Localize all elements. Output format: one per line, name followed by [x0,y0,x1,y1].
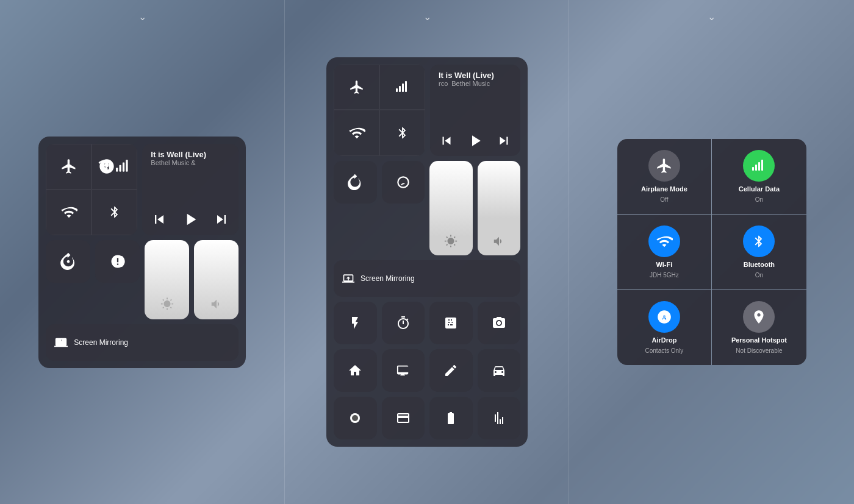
phone-panel-2: ⌄ [285,0,570,504]
notch-1: ⌄ [138,11,146,23]
top-row-2: It is Well (Live) rco Bethel Music [334,65,520,156]
svg-rect-12 [755,165,757,171]
calculator-btn[interactable] [429,302,473,344]
screen-mirroring-btn-2[interactable]: Screen Mirroring [334,260,520,297]
do-not-disturb-btn-1[interactable] [95,240,140,283]
airplane-mode-sublabel: Off [660,196,668,203]
notes-btn[interactable] [429,349,473,392]
soundcheck-btn[interactable] [478,397,521,439]
home-btn[interactable] [334,349,377,392]
screen-mirroring-label-2: Screen Mirroring [361,274,415,283]
screen-mirroring-label-1: Screen Mirroring [74,338,128,347]
music-controls-2 [439,132,512,150]
music-artist-1: Bethel Music & [151,159,230,166]
svg-rect-6 [399,86,401,92]
hotspot-exp-btn[interactable]: Personal Hotspot Not Discoverable [712,290,806,365]
airdrop-sublabel: Contacts Only [645,347,684,354]
wifi-btn-2[interactable] [334,110,379,156]
utility-row-3 [334,397,520,439]
do-not-disturb-btn-2[interactable] [382,161,425,204]
camera-btn[interactable] [478,302,521,344]
airplane-mode-btn-2[interactable] [334,65,379,110]
bluetooth-exp-btn[interactable]: Bluetooth On [712,215,806,289]
bluetooth-btn-2[interactable] [379,110,425,156]
music-artist2-2: Bethel Music [451,80,490,87]
cellular-exp-btn[interactable]: Cellular Data On [712,139,806,214]
appletv-btn[interactable] [382,349,425,392]
network-block-2 [334,65,425,156]
control-center-2: It is Well (Live) rco Bethel Music [326,57,528,447]
cellular-label: Cellular Data [739,185,780,193]
cellular-btn-1[interactable] [92,144,137,190]
svg-point-10 [352,415,358,421]
music-artist2-1: rco [439,80,448,87]
airplane-mode-icon [648,150,680,182]
airplane-mode-btn-1[interactable] [46,144,92,190]
wallet-btn[interactable] [382,397,425,439]
panels-container: ⌄ [0,0,854,504]
battery-btn[interactable] [429,397,473,439]
network-block-1 [46,144,137,235]
rotation-lock-btn-1[interactable] [46,240,90,283]
wifi-exp-btn[interactable]: Wi-Fi JDH 5GHz [617,215,712,289]
control-center-3: Airplane Mode Off Cellular Data On [617,139,806,365]
control-center-1: It is Well (Live) Bethel Music & [38,137,246,368]
airplane-mode-label: Airplane Mode [641,185,687,193]
next-btn-1[interactable] [213,211,230,228]
utility-row-2 [334,349,520,392]
timer-btn[interactable] [382,302,425,344]
top-row-1: It is Well (Live) Bethel Music & [46,144,239,235]
svg-rect-3 [123,163,124,172]
flashlight-btn[interactable] [334,302,377,344]
play-btn-1[interactable] [181,210,200,229]
play-btn-2[interactable] [466,132,484,150]
hotspot-label: Personal Hotspot [731,336,787,344]
svg-rect-8 [405,81,407,92]
airplane-mode-exp-btn[interactable]: Airplane Mode Off [617,139,712,214]
cellular-btn-2[interactable] [379,65,425,110]
notch-3: ⌄ [708,11,716,23]
music-controls-1 [151,210,230,229]
screen-mirroring-btn-1[interactable]: Screen Mirroring [46,324,239,361]
middle-row-2 [334,161,520,255]
svg-rect-2 [119,165,121,172]
wifi-icon [648,225,680,257]
prev-btn-2[interactable] [439,133,454,149]
bluetooth-sublabel: On [755,272,763,279]
airdrop-exp-btn[interactable]: AirDrop Contacts Only [617,290,712,365]
svg-rect-11 [752,167,754,171]
svg-rect-4 [126,160,127,172]
music-block-1: It is Well (Live) Bethel Music & [142,144,239,235]
rotation-lock-btn-2[interactable] [334,161,377,204]
svg-rect-7 [402,83,404,92]
expanded-network-block: Airplane Mode Off Cellular Data On [617,139,806,365]
phone-panel-3: ⌄ Airplane Mode Off [569,0,854,504]
prev-btn-1[interactable] [151,211,168,228]
svg-rect-5 [396,88,398,92]
wifi-btn-1[interactable] [46,190,92,235]
volume-slider-2[interactable] [478,161,521,255]
airdrop-label: AirDrop [651,336,676,344]
svg-rect-1 [116,168,118,172]
svg-rect-13 [758,162,760,171]
brightness-slider-2[interactable] [429,161,473,255]
volume-slider-1[interactable] [194,240,239,319]
svg-point-15 [663,313,666,316]
screen-record-btn[interactable] [334,397,377,439]
bluetooth-btn-1[interactable] [92,190,137,235]
svg-rect-14 [761,160,763,171]
middle-row-1 [46,240,239,319]
wifi-label: Wi-Fi [656,261,673,268]
hotspot-sublabel: Not Discoverable [736,347,782,354]
phone-panel-1: ⌄ [0,0,285,504]
airdrop-icon [648,301,680,333]
utility-row-1 [334,302,520,344]
next-btn-2[interactable] [496,133,512,149]
bluetooth-label: Bluetooth [744,261,775,268]
carplay-btn[interactable] [478,349,521,392]
cellular-icon [743,150,775,182]
brightness-slider-1[interactable] [145,240,189,319]
music-title-2: It is Well (Live) [439,71,512,80]
music-block-2: It is Well (Live) rco Bethel Music [430,65,520,156]
bluetooth-icon [743,225,775,257]
